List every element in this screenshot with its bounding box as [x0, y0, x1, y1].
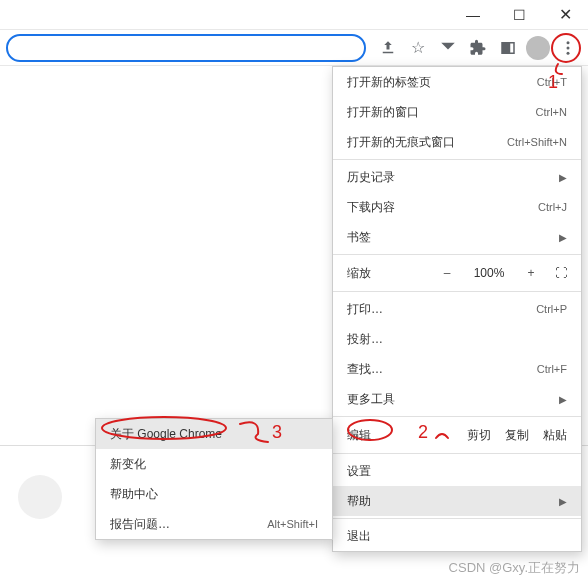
menu-new-tab[interactable]: 打开新的标签页 Ctrl+T — [333, 67, 581, 97]
menu-label: 打开新的窗口 — [347, 104, 419, 121]
window-titlebar: — ☐ ✕ — [0, 0, 588, 30]
cut-button[interactable]: 剪切 — [467, 427, 491, 444]
menu-label: 帮助中心 — [110, 486, 158, 503]
extensions-icon[interactable] — [464, 34, 492, 62]
menu-print[interactable]: 打印… Ctrl+P — [333, 294, 581, 324]
menu-label: 退出 — [347, 528, 371, 545]
menu-shortcut: Alt+Shift+I — [267, 518, 318, 530]
menu-separator — [333, 453, 581, 454]
menu-label: 投射… — [347, 331, 383, 348]
menu-shortcut: Ctrl+N — [536, 106, 567, 118]
zoom-in-button[interactable]: + — [519, 266, 543, 280]
menu-label: 历史记录 — [347, 169, 395, 186]
menu-incognito[interactable]: 打开新的无痕式窗口 Ctrl+Shift+N — [333, 127, 581, 157]
menu-label: 书签 — [347, 229, 371, 246]
address-bar[interactable] — [6, 34, 366, 62]
read-later-icon[interactable] — [434, 34, 462, 62]
svg-point-2 — [567, 51, 570, 54]
maximize-button[interactable]: ☐ — [496, 0, 542, 30]
chevron-right-icon: ▶ — [559, 496, 567, 507]
menu-edit: 编辑 剪切 复制 粘贴 — [333, 419, 581, 451]
menu-shortcut: Ctrl+J — [538, 201, 567, 213]
menu-history[interactable]: 历史记录 ▶ — [333, 162, 581, 192]
menu-label: 下载内容 — [347, 199, 395, 216]
bookmark-star-icon[interactable]: ☆ — [404, 34, 432, 62]
minimize-button[interactable]: — — [450, 0, 496, 30]
submenu-about-chrome[interactable]: 关于 Google Chrome — [96, 419, 332, 449]
menu-shortcut: Ctrl+Shift+N — [507, 136, 567, 148]
edit-label: 编辑 — [347, 427, 453, 444]
side-panel-icon[interactable] — [494, 34, 522, 62]
menu-label: 查找… — [347, 361, 383, 378]
zoom-out-button[interactable]: – — [435, 266, 459, 280]
menu-find[interactable]: 查找… Ctrl+F — [333, 354, 581, 384]
submenu-help-center[interactable]: 帮助中心 — [96, 479, 332, 509]
menu-label: 更多工具 — [347, 391, 395, 408]
menu-shortcut: Ctrl+P — [536, 303, 567, 315]
chevron-right-icon: ▶ — [559, 394, 567, 405]
browser-toolbar: ☆ — [0, 30, 588, 66]
menu-new-window[interactable]: 打开新的窗口 Ctrl+N — [333, 97, 581, 127]
profile-avatar[interactable] — [524, 34, 552, 62]
share-icon[interactable] — [374, 34, 402, 62]
menu-exit[interactable]: 退出 — [333, 521, 581, 551]
menu-cast[interactable]: 投射… — [333, 324, 581, 354]
svg-point-1 — [567, 46, 570, 49]
main-menu: 打开新的标签页 Ctrl+T 打开新的窗口 Ctrl+N 打开新的无痕式窗口 C… — [332, 66, 582, 552]
menu-label: 打开新的标签页 — [347, 74, 431, 91]
copy-button[interactable]: 复制 — [505, 427, 529, 444]
svg-point-0 — [567, 41, 570, 44]
zoom-label: 缩放 — [347, 265, 427, 282]
paste-button[interactable]: 粘贴 — [543, 427, 567, 444]
menu-settings[interactable]: 设置 — [333, 456, 581, 486]
menu-downloads[interactable]: 下载内容 Ctrl+J — [333, 192, 581, 222]
fullscreen-button[interactable]: ⛶ — [551, 266, 571, 280]
submenu-whats-new[interactable]: 新变化 — [96, 449, 332, 479]
menu-bookmarks[interactable]: 书签 ▶ — [333, 222, 581, 252]
menu-separator — [333, 518, 581, 519]
close-button[interactable]: ✕ — [542, 0, 588, 30]
menu-label: 打开新的无痕式窗口 — [347, 134, 455, 151]
menu-separator — [333, 291, 581, 292]
menu-separator — [333, 254, 581, 255]
watermark: CSDN @Gxy.正在努力 — [449, 559, 580, 577]
menu-label: 设置 — [347, 463, 371, 480]
help-submenu: 关于 Google Chrome 新变化 帮助中心 报告问题… Alt+Shif… — [95, 418, 333, 540]
menu-separator — [333, 416, 581, 417]
menu-label: 新变化 — [110, 456, 146, 473]
menu-label: 关于 Google Chrome — [110, 426, 222, 443]
menu-label: 报告问题… — [110, 516, 170, 533]
menu-shortcut: Ctrl+T — [537, 76, 567, 88]
submenu-report-issue[interactable]: 报告问题… Alt+Shift+I — [96, 509, 332, 539]
menu-help[interactable]: 帮助 ▶ — [333, 486, 581, 516]
background-shape — [18, 475, 62, 519]
menu-label: 帮助 — [347, 493, 371, 510]
chevron-right-icon: ▶ — [559, 232, 567, 243]
menu-shortcut: Ctrl+F — [537, 363, 567, 375]
menu-zoom: 缩放 – 100% + ⛶ — [333, 257, 581, 289]
menu-separator — [333, 159, 581, 160]
menu-label: 打印… — [347, 301, 383, 318]
chevron-right-icon: ▶ — [559, 172, 567, 183]
menu-more-tools[interactable]: 更多工具 ▶ — [333, 384, 581, 414]
zoom-value: 100% — [467, 266, 511, 280]
kebab-menu-button[interactable] — [554, 34, 582, 62]
